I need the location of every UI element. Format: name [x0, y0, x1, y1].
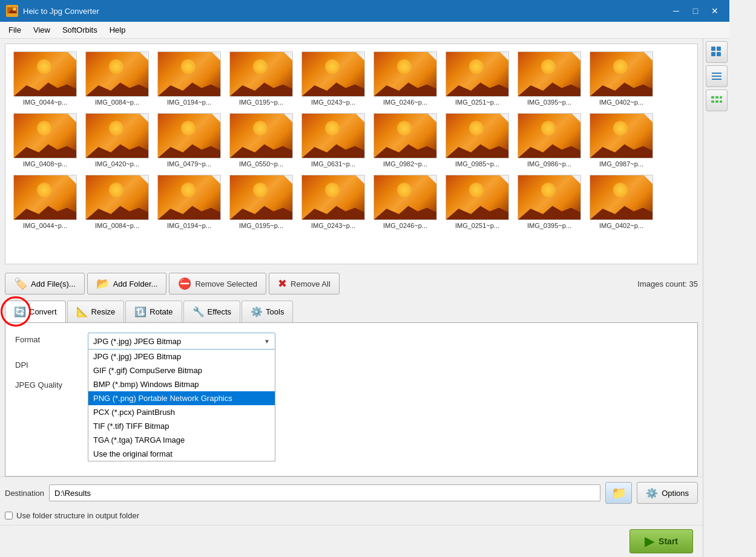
svg-rect-12 [715, 96, 718, 99]
tab-rotate[interactable]: 🔃 Rotate [125, 301, 182, 322]
list-item[interactable]: IMG_0402~p... [587, 172, 656, 232]
maximize-button[interactable]: □ [687, 2, 704, 19]
format-option-png[interactable]: PNG (*.png) Portable Network Graphics [88, 391, 275, 405]
list-item[interactable]: IMG_0044~p... [10, 49, 80, 108]
add-files-icon: 🏷️ [14, 277, 27, 290]
list-item[interactable]: IMG_0631~p... [298, 111, 368, 170]
image-label: IMG_0420~p... [85, 160, 149, 168]
format-dropdown[interactable]: JPG (*.jpg) JPEG Bitmap ▼ JPG (*.jpg) JP… [88, 333, 275, 350]
checkbox-row: Use folder structure in output folder [0, 509, 703, 525]
action-toolbar: 🏷️ Add File(s)... 📂 Add Folder... ⛔ Remo… [0, 269, 703, 298]
start-button[interactable]: ▶ Start [629, 529, 693, 553]
remove-all-label: Remove All [291, 279, 330, 288]
add-files-button[interactable]: 🏷️ Add File(s)... [5, 273, 85, 295]
folder-structure-label[interactable]: Use folder structure in output folder [16, 511, 139, 520]
image-label: IMG_0246~p... [373, 99, 437, 106]
format-option-original[interactable]: Use the original format [88, 447, 275, 461]
list-item[interactable]: IMG_0395~p... [514, 172, 584, 232]
list-item[interactable]: IMG_0982~p... [370, 111, 440, 170]
format-option-jpg[interactable]: JPG (*.jpg) JPEG Bitmap [88, 350, 275, 363]
minimize-button[interactable]: ─ [668, 2, 685, 19]
tab-resize[interactable]: 📐 Resize [67, 301, 125, 322]
list-item[interactable]: IMG_0194~p... [154, 172, 224, 232]
image-label: IMG_0251~p... [445, 222, 509, 229]
menu-file[interactable]: File [2, 23, 27, 37]
list-item[interactable]: IMG_0479~p... [154, 111, 224, 170]
add-folder-label: Add Folder... [113, 279, 158, 288]
list-item[interactable]: IMG_0408~p... [10, 111, 80, 170]
list-item[interactable]: IMG_0243~p... [298, 172, 368, 232]
right-sidebar [703, 39, 729, 557]
format-option-pcx[interactable]: PCX (*.pcx) PaintBrush [88, 405, 275, 419]
tab-tools[interactable]: ⚙️ Tools [242, 301, 293, 322]
tab-effects[interactable]: 🔧 Effects [183, 301, 241, 322]
destination-input[interactable] [49, 484, 600, 501]
list-item[interactable]: IMG_0986~p... [514, 111, 584, 170]
svg-rect-15 [715, 100, 718, 103]
add-folder-button[interactable]: 📂 Add Folder... [87, 273, 167, 295]
image-label: IMG_0084~p... [85, 99, 149, 106]
list-view-button[interactable] [706, 65, 728, 87]
svg-rect-8 [712, 73, 721, 74]
list-item[interactable]: IMG_0402~p... [587, 49, 656, 108]
convert-icon: 🔄 [14, 306, 26, 318]
list-item[interactable]: IMG_0246~p... [370, 172, 440, 232]
list-item[interactable]: IMG_0420~p... [82, 111, 152, 170]
format-option-tif[interactable]: TIF (*.tif) TIFF Bitmap [88, 419, 275, 433]
list-item[interactable]: IMG_0195~p... [226, 49, 296, 108]
menu-view[interactable]: View [27, 23, 56, 37]
image-label: IMG_0251~p... [445, 99, 509, 106]
remove-selected-button[interactable]: ⛔ Remove Selected [169, 273, 266, 295]
folder-structure-checkbox[interactable] [5, 512, 13, 520]
grid-view-button[interactable] [706, 41, 728, 63]
menu-help[interactable]: Help [104, 23, 132, 37]
image-label: IMG_0044~p... [13, 99, 77, 106]
tab-bar: 🔄 Convert 📐 Resize 🔃 Rotate 🔧 Effects [0, 298, 703, 322]
format-dropdown-list[interactable]: JPG (*.jpg) JPEG Bitmap GIF (*.gif) Comp… [88, 350, 275, 461]
list-item[interactable]: IMG_0985~p... [442, 111, 512, 170]
format-dropdown-header[interactable]: JPG (*.jpg) JPEG Bitmap ▼ [88, 333, 275, 350]
menu-softorbits[interactable]: SoftOrbits [56, 23, 104, 37]
list-item[interactable]: IMG_0194~p... [154, 49, 224, 108]
image-label: IMG_0084~p... [85, 222, 149, 229]
rotate-icon: 🔃 [134, 306, 146, 318]
list-item[interactable]: IMG_0243~p... [298, 49, 368, 108]
bottom-bar: ▶ Start [0, 525, 703, 557]
svg-rect-7 [717, 52, 721, 56]
image-label: IMG_0982~p... [373, 160, 437, 168]
tab-convert-label: Convert [29, 307, 57, 316]
close-button[interactable]: ✕ [706, 2, 723, 19]
svg-rect-16 [720, 100, 722, 103]
svg-point-3 [13, 8, 16, 11]
list-item[interactable]: IMG_0044~p... [10, 172, 80, 232]
list-item[interactable]: IMG_0550~p... [226, 111, 296, 170]
list-item[interactable]: IMG_0987~p... [587, 111, 656, 170]
image-label: IMG_0243~p... [301, 222, 365, 229]
svg-rect-5 [717, 47, 721, 51]
image-label: IMG_0985~p... [445, 160, 509, 168]
format-selected-value: JPG (*.jpg) JPEG Bitmap [93, 337, 181, 346]
image-label: IMG_0631~p... [301, 160, 365, 168]
grid-view-icon [711, 46, 723, 58]
details-view-icon [711, 94, 723, 106]
tab-resize-label: Resize [91, 307, 116, 316]
tab-convert[interactable]: 🔄 Convert [5, 301, 66, 322]
format-option-gif[interactable]: GIF (*.gif) CompuServe Bitmap [88, 363, 275, 377]
browse-destination-button[interactable]: 📁 [605, 482, 632, 504]
list-item[interactable]: IMG_0084~p... [82, 49, 152, 108]
options-button[interactable]: ⚙️ Options [637, 482, 698, 504]
list-item[interactable]: IMG_0246~p... [370, 49, 440, 108]
browse-icon: 📁 [611, 486, 626, 500]
list-item[interactable]: IMG_0251~p... [442, 49, 512, 108]
details-view-button[interactable] [706, 90, 728, 111]
list-item[interactable]: IMG_0395~p... [514, 49, 584, 108]
remove-all-button[interactable]: ✖ Remove All [269, 273, 340, 295]
image-label: IMG_0408~p... [13, 160, 77, 168]
list-item[interactable]: IMG_0251~p... [442, 172, 512, 232]
format-option-bmp[interactable]: BMP (*.bmp) Windows Bitmap [88, 377, 275, 391]
list-item[interactable]: IMG_0195~p... [226, 172, 296, 232]
image-label: IMG_0395~p... [518, 222, 581, 229]
format-option-tga[interactable]: TGA (*.tga) TARGA Image [88, 433, 275, 447]
list-item[interactable]: IMG_0084~p... [82, 172, 152, 232]
image-label: IMG_0987~p... [590, 160, 653, 168]
